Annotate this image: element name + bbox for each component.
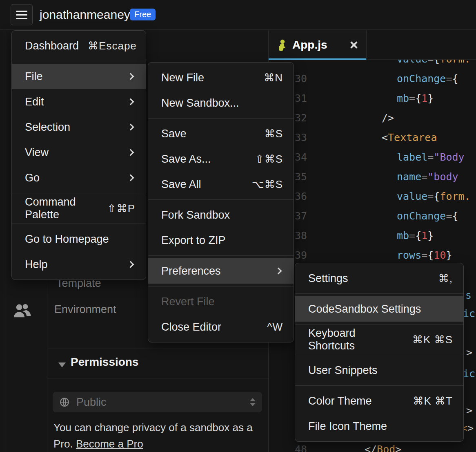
code-token: 1 <box>421 230 427 242</box>
menu-item-file-icon-theme[interactable]: File Icon Theme <box>295 414 463 439</box>
menu-item-file[interactable]: File <box>12 64 146 89</box>
menu-item-label: Dashboard <box>25 40 79 52</box>
menu-item-save-as[interactable]: Save As...⇧⌘S <box>148 146 294 172</box>
menu-section: Color Theme⌘K ⌘TFile Icon Theme <box>295 386 463 441</box>
chevron-right-icon <box>127 73 134 80</box>
code-token: } <box>446 249 452 261</box>
menu-item-label: Fork Sandbox <box>161 209 230 222</box>
code-line: mb={1} <box>397 89 434 108</box>
menu-section: Settings⌘, <box>295 263 463 294</box>
code-token: value <box>397 60 427 65</box>
menu-item-label: Command Palette <box>25 196 98 221</box>
code-token: < <box>382 132 388 143</box>
code-token: > <box>395 443 401 452</box>
menu-item-shortcut: ⇧⌘P <box>107 202 135 215</box>
react-file-icon <box>277 39 287 51</box>
menu-section: Keyboard Shortcuts⌘K ⌘S <box>295 324 463 355</box>
menu-item-new-file[interactable]: New File⌘N <box>148 65 294 90</box>
hamburger-menu-icon <box>16 11 27 12</box>
menu-item-label: File <box>25 70 43 83</box>
code-token: } <box>427 92 434 104</box>
free-badge[interactable]: Free <box>130 9 156 20</box>
tab-appjs[interactable]: App.js <box>269 30 367 60</box>
menu-item-view[interactable]: View <box>12 140 146 165</box>
code-fragment: ic <box>463 304 475 324</box>
code-fragment: > <box>466 343 472 362</box>
menu-item-new-sandbox[interactable]: New Sandbox... <box>148 90 294 116</box>
menu-item-label: View <box>25 146 49 159</box>
chevron-right-icon <box>127 175 134 181</box>
code-token: ic <box>463 308 475 320</box>
menu-item-dashboard[interactable]: Dashboard⌘Escape <box>12 33 146 58</box>
privacy-note: You can change privacy of a sandbox as a… <box>53 419 260 452</box>
chevron-right-icon <box>127 149 134 156</box>
menu-item-go-to-homepage[interactable]: Go to Homepage <box>12 226 146 252</box>
chevron-right-icon <box>127 98 134 105</box>
rail-divider <box>4 30 4 452</box>
menu-item-shortcut: ⌘Escape <box>88 40 137 52</box>
code-token: = <box>421 249 427 261</box>
menu-item-codesandbox-settings[interactable]: CodeSandbox Settings <box>295 296 463 322</box>
menu-item-label: CodeSandbox Settings <box>308 303 421 316</box>
menu-item-label: Export to ZIP <box>161 234 226 247</box>
menu-item-label: Selection <box>25 121 70 134</box>
menu-item-selection[interactable]: Selection <box>12 114 146 140</box>
main-menu: Dashboard⌘EscapeFileEditSelectionViewGoC… <box>11 30 146 280</box>
code-token: = <box>446 210 452 222</box>
menu-item-command-palette[interactable]: Command Palette⇧⌘P <box>12 196 146 221</box>
menu-item-edit[interactable]: Edit <box>12 89 146 114</box>
menu-section: CodeSandbox Settings <box>295 294 463 324</box>
code-token: ic <box>463 368 475 380</box>
code-token: "body <box>427 171 458 183</box>
become-a-pro-link[interactable]: Become a Pro <box>76 438 143 450</box>
sidebar-item-environment: Environment <box>54 303 116 316</box>
menu-item-save[interactable]: Save⌘S <box>148 121 294 146</box>
menu-item-export-to-zip[interactable]: Export to ZIP <box>148 228 294 253</box>
menu-item-label: Go to Homepage <box>25 233 109 246</box>
menu-item-close-editor[interactable]: Close Editor^W <box>148 314 294 340</box>
menu-section: User Snippets <box>295 355 463 386</box>
code-token: { <box>452 73 458 85</box>
people-icon[interactable] <box>13 302 32 320</box>
code-token: { <box>434 60 440 65</box>
menu-item-user-snippets[interactable]: User Snippets <box>295 358 463 383</box>
menu-item-go[interactable]: Go <box>12 165 146 190</box>
menu-item-shortcut: ⌘N <box>264 72 283 84</box>
menu-item-preferences[interactable]: Preferences <box>148 258 294 284</box>
code-token: { <box>427 249 434 261</box>
permissions-header[interactable]: Permissions <box>71 356 139 369</box>
code-token: s <box>465 289 472 301</box>
preferences-menu: Settings⌘,CodeSandbox SettingsKeyboard S… <box>295 263 464 442</box>
code-line: value={form. <box>397 60 471 69</box>
code-token: = <box>409 92 415 104</box>
globe-icon <box>59 397 70 407</box>
chevron-right-icon <box>127 124 134 131</box>
menu-item-help[interactable]: Help <box>12 252 146 277</box>
topbar: jonathanmeaney Free <box>0 0 476 30</box>
tab-bar: App.js <box>269 30 476 60</box>
menu-item-settings[interactable]: Settings⌘, <box>295 266 463 291</box>
code-token: { <box>452 210 458 222</box>
code-token: = <box>427 151 434 163</box>
code-token: /> <box>382 112 394 124</box>
menu-item-keyboard-shortcuts[interactable]: Keyboard Shortcuts⌘K ⌘S <box>295 327 463 352</box>
menu-item-shortcut: ⌘S <box>265 128 283 140</box>
menu-section: Go to HomepageHelp <box>12 224 146 280</box>
code-line: mb={1} <box>397 226 434 246</box>
privacy-select[interactable]: Public <box>53 392 262 412</box>
close-icon[interactable] <box>349 40 358 49</box>
menu-item-label: Keyboard Shortcuts <box>308 327 403 352</box>
menu-item-label: Save <box>161 128 187 140</box>
menu-item-save-all[interactable]: Save All⌥⌘S <box>148 172 294 197</box>
code-line: /> <box>382 108 394 128</box>
menu-section: New File⌘NNew Sandbox... <box>148 63 294 119</box>
menu-section: Preferences <box>148 256 294 286</box>
menu-item-fork-sandbox[interactable]: Fork Sandbox <box>148 202 294 228</box>
code-token: Textarea <box>388 132 437 143</box>
username[interactable]: jonathanmeaney <box>40 8 130 22</box>
menu-item-label: Revert File <box>161 295 215 308</box>
menu-item-color-theme[interactable]: Color Theme⌘K ⌘T <box>295 388 463 414</box>
hamburger-menu-button[interactable] <box>11 4 33 25</box>
menu-section: Revert FileClose Editor^W <box>148 286 294 342</box>
menu-item-label: File Icon Theme <box>308 420 387 433</box>
